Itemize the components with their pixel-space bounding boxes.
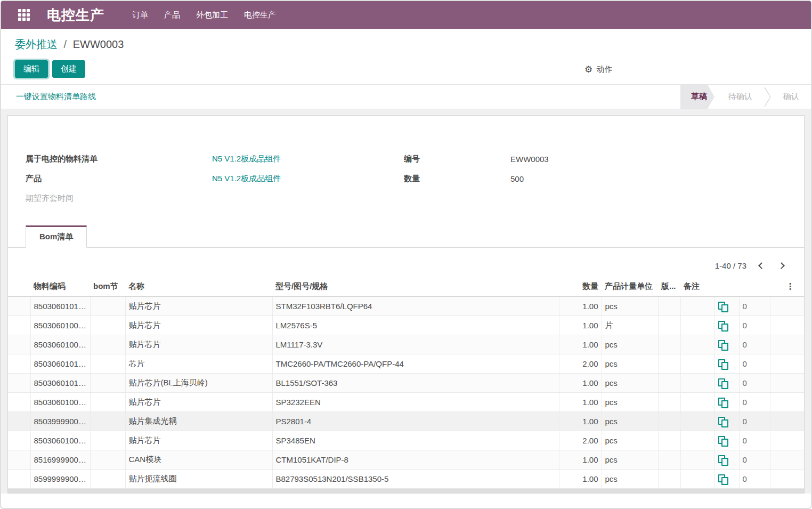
- cell-quantity[interactable]: 1.00: [559, 335, 602, 354]
- copy-icon[interactable]: [718, 455, 727, 465]
- cell-spec[interactable]: BL1551/SOT-363: [272, 374, 559, 393]
- cell-version[interactable]: [658, 412, 680, 431]
- cell-note[interactable]: [680, 470, 714, 489]
- header-name[interactable]: 名称: [125, 277, 272, 297]
- header-note[interactable]: 备注: [680, 277, 714, 297]
- status-step-draft[interactable]: 草稿: [680, 85, 714, 109]
- cell-name[interactable]: 贴片芯片: [125, 297, 272, 316]
- cell-material-code[interactable]: 8503060101…: [30, 354, 90, 374]
- header-uom[interactable]: 产品计量单位: [602, 277, 658, 297]
- cell-note[interactable]: [680, 450, 714, 470]
- cell-name[interactable]: 贴片芯片: [125, 393, 272, 412]
- optional-columns-icon[interactable]: ⋮: [770, 277, 804, 297]
- create-button[interactable]: 创建: [52, 60, 85, 78]
- copy-icon[interactable]: [718, 340, 727, 350]
- cell-bom-node[interactable]: [90, 374, 125, 393]
- cell-quantity[interactable]: 1.00: [559, 297, 602, 316]
- cell-uom[interactable]: pcs: [602, 335, 658, 354]
- cell-note[interactable]: [680, 431, 714, 450]
- cell-name[interactable]: 贴片芯片: [125, 316, 272, 335]
- nav-menu-orders[interactable]: 订单: [132, 10, 148, 20]
- cell-version[interactable]: [658, 316, 680, 335]
- header-version[interactable]: 版...: [658, 277, 680, 297]
- table-row[interactable]: 8503999900… 贴片集成光耦 PS2801-4 1.00 pcs 0: [8, 412, 804, 431]
- cell-note[interactable]: [680, 393, 714, 412]
- cell-spec[interactable]: PS2801-4: [272, 412, 559, 431]
- header-material-code[interactable]: 物料编码: [30, 277, 90, 297]
- cell-material-code[interactable]: 8516999900…: [30, 450, 90, 470]
- cell-note[interactable]: [680, 374, 714, 393]
- status-step-confirmed[interactable]: 确认: [772, 85, 811, 109]
- table-row[interactable]: 8503060101… 贴片芯片 STM32F103RBT6/LQFP64 1.…: [8, 297, 804, 316]
- table-row[interactable]: 8516999900… CAN模块 CTM1051KAT/DIP-8 1.00 …: [8, 450, 804, 470]
- header-bom-node[interactable]: bom节: [90, 277, 125, 297]
- cell-bom-node[interactable]: [90, 431, 125, 450]
- cell-version[interactable]: [658, 335, 680, 354]
- pager-next-button[interactable]: [777, 260, 786, 272]
- cell-version[interactable]: [658, 450, 680, 470]
- table-row[interactable]: 8503060100… 贴片芯片 LM1117-3.3V 1.00 pcs 0: [8, 335, 804, 354]
- cell-uom[interactable]: pcs: [602, 393, 658, 412]
- copy-icon[interactable]: [718, 436, 727, 446]
- copy-icon[interactable]: [718, 474, 727, 484]
- cell-spec[interactable]: SP3485EN: [272, 431, 559, 450]
- cell-bom-node[interactable]: [90, 354, 125, 374]
- cell-spec[interactable]: STM32F103RBT6/LQFP64: [272, 297, 559, 316]
- copy-icon[interactable]: [718, 417, 727, 426]
- cell-version[interactable]: [658, 470, 680, 489]
- cell-quantity[interactable]: 2.00: [559, 354, 602, 374]
- cell-uom[interactable]: pcs: [602, 450, 658, 470]
- header-spec[interactable]: 型号/图号/规格: [272, 277, 559, 297]
- copy-icon[interactable]: [718, 398, 727, 407]
- action-dropdown[interactable]: ⚙ 动作: [584, 64, 612, 75]
- copy-icon[interactable]: [718, 321, 727, 330]
- cell-note[interactable]: [680, 316, 714, 335]
- table-row[interactable]: 8599999900… 贴片扼流线圈 B82793S0513N201/SSB13…: [8, 470, 804, 489]
- table-row[interactable]: 8503060101… 贴片芯片(BL上海贝岭) BL1551/SOT-363 …: [8, 374, 804, 393]
- cell-quantity[interactable]: 1.00: [559, 450, 602, 470]
- cell-version[interactable]: [658, 374, 680, 393]
- cell-bom-node[interactable]: [90, 335, 125, 354]
- cell-material-code[interactable]: 8503999900…: [30, 412, 90, 431]
- cell-quantity[interactable]: 1.00: [559, 374, 602, 393]
- copy-icon[interactable]: [718, 378, 727, 388]
- cell-quantity[interactable]: 1.00: [559, 412, 602, 431]
- cell-name[interactable]: 贴片芯片: [125, 335, 272, 354]
- cell-uom[interactable]: pcs: [602, 431, 658, 450]
- nav-menu-production[interactable]: 电控生产: [244, 10, 276, 20]
- cell-material-code[interactable]: 8503060100…: [30, 431, 90, 450]
- set-bom-route-button[interactable]: 一键设置物料清单路线: [16, 92, 96, 102]
- table-row[interactable]: 8503060101… 芯片 TMC2660-PA/TMC2660-PA/QFP…: [8, 354, 804, 374]
- cell-bom-node[interactable]: [90, 450, 125, 470]
- cell-uom[interactable]: pcs: [602, 470, 658, 489]
- cell-note[interactable]: [680, 335, 714, 354]
- status-step-to-confirm[interactable]: 待确认: [717, 85, 764, 109]
- cell-bom-node[interactable]: [90, 412, 125, 431]
- table-scroll-strip[interactable]: [8, 489, 804, 493]
- apps-grid-icon[interactable]: [18, 9, 30, 21]
- cell-version[interactable]: [658, 393, 680, 412]
- cell-material-code[interactable]: 8503060100…: [30, 335, 90, 354]
- cell-name[interactable]: 芯片: [125, 354, 272, 374]
- cell-spec[interactable]: B82793S0513N201/SSB1350-5: [272, 470, 559, 489]
- table-row[interactable]: 8503060100… 贴片芯片 LM2576S-5 1.00 片 0: [8, 316, 804, 335]
- cell-bom-node[interactable]: [90, 470, 125, 489]
- cell-spec[interactable]: SP3232EEN: [272, 393, 559, 412]
- cell-material-code[interactable]: 8599999900…: [30, 470, 90, 489]
- cell-quantity[interactable]: 1.00: [559, 316, 602, 335]
- cell-bom-node[interactable]: [90, 297, 125, 316]
- cell-uom[interactable]: pcs: [602, 412, 658, 431]
- cell-name[interactable]: 贴片芯片: [125, 431, 272, 450]
- cell-name[interactable]: CAN模块: [125, 450, 272, 470]
- cell-version[interactable]: [658, 354, 680, 374]
- cell-material-code[interactable]: 8503060100…: [30, 316, 90, 335]
- app-title[interactable]: 电控生产: [47, 6, 104, 25]
- cell-name[interactable]: 贴片芯片(BL上海贝岭): [125, 374, 272, 393]
- cell-material-code[interactable]: 8503060100…: [30, 393, 90, 412]
- cell-note[interactable]: [680, 412, 714, 431]
- header-quantity[interactable]: 数量: [559, 277, 602, 297]
- cell-spec[interactable]: CTM1051KAT/DIP-8: [272, 450, 559, 470]
- cell-name[interactable]: 贴片集成光耦: [125, 412, 272, 431]
- edit-button[interactable]: 编辑: [15, 60, 48, 78]
- cell-note[interactable]: [680, 354, 714, 374]
